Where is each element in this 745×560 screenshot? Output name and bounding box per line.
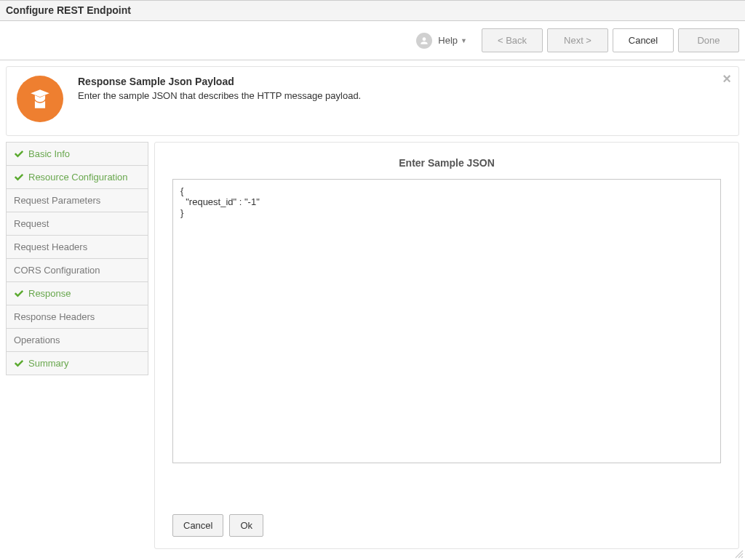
sidebar-item-label: Summary [28, 358, 69, 369]
back-button[interactable]: < Back [482, 28, 543, 52]
sidebar-item-cors-configuration[interactable]: CORS Configuration [6, 259, 148, 282]
check-icon [14, 359, 24, 369]
help-region: Help ▼ [416, 33, 467, 49]
wizard-steps-sidebar: Basic InfoResource ConfigurationRequest … [6, 142, 148, 549]
section-title: Enter Sample JSON [172, 157, 721, 169]
page-header: Response Sample Json Payload Enter the s… [6, 66, 739, 136]
sidebar-item-request[interactable]: Request [6, 212, 148, 236]
sidebar-item-label: Request [14, 218, 49, 229]
sidebar-item-label: Request Headers [14, 241, 87, 252]
sidebar-item-label: Response Headers [14, 311, 95, 322]
header-text: Response Sample Json Payload Enter the s… [78, 76, 361, 101]
sidebar-item-label: Basic Info [28, 148, 70, 159]
main-panel: Enter Sample JSON Cancel Ok [154, 142, 739, 549]
svg-line-2 [741, 556, 743, 558]
user-icon [416, 33, 432, 49]
done-button[interactable]: Done [678, 28, 739, 52]
check-icon [14, 172, 24, 183]
sidebar-item-label: Response [28, 288, 71, 299]
chevron-down-icon: ▼ [461, 37, 467, 44]
sidebar-item-operations[interactable]: Operations [6, 329, 148, 352]
page-subtitle: Enter the sample JSON that describes the… [78, 90, 361, 101]
help-dropdown[interactable]: Help ▼ [438, 35, 467, 46]
graduate-icon [17, 76, 63, 122]
next-button[interactable]: Next > [547, 28, 608, 52]
page-title: Response Sample Json Payload [78, 76, 361, 87]
dialog-footer: Cancel Ok [172, 514, 721, 537]
help-label: Help [438, 35, 458, 46]
sidebar-item-request-headers[interactable]: Request Headers [6, 236, 148, 259]
check-icon [14, 289, 24, 299]
check-icon [14, 149, 24, 159]
dialog-cancel-button[interactable]: Cancel [172, 514, 223, 537]
sidebar-item-label: Operations [14, 335, 60, 345]
wizard-toolbar: Help ▼ < Back Next > Cancel Done [0, 21, 745, 60]
cancel-button[interactable]: Cancel [613, 28, 674, 52]
sidebar-item-basic-info[interactable]: Basic Info [6, 142, 148, 166]
sidebar-item-label: Request Parameters [14, 195, 100, 206]
sidebar-item-label: Resource Configuration [28, 172, 128, 183]
sample-json-input[interactable] [172, 179, 721, 463]
sidebar-item-request-parameters[interactable]: Request Parameters [6, 189, 148, 212]
dialog-ok-button[interactable]: Ok [229, 514, 263, 537]
sidebar-item-label: CORS Configuration [14, 265, 100, 276]
sidebar-item-response[interactable]: Response [6, 282, 148, 305]
sidebar-item-resource-configuration[interactable]: Resource Configuration [6, 166, 148, 189]
window-title: Configure REST Endpoint [0, 0, 745, 21]
sidebar-item-response-headers[interactable]: Response Headers [6, 305, 148, 329]
close-icon[interactable]: × [722, 71, 731, 86]
sidebar-item-summary[interactable]: Summary [6, 352, 148, 375]
resize-grip-icon[interactable] [733, 548, 744, 559]
